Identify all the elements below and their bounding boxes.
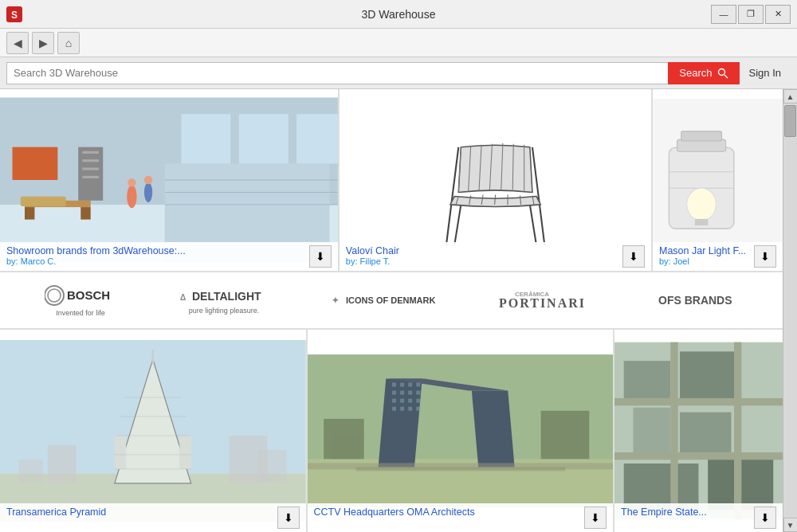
model-info-showroom: Showroom brands from 3dWarehouse:... by:…: [0, 242, 338, 271]
svg-rect-77: [48, 445, 77, 483]
minimize-button[interactable]: —: [711, 5, 736, 24]
svg-rect-98: [392, 407, 396, 411]
portinari-logo: CERÂMICA PORTINARI: [499, 288, 595, 313]
model-card-showroom[interactable]: Showroom brands from 3dWarehouse:... by:…: [0, 89, 340, 271]
svg-rect-70: [115, 436, 126, 469]
svg-rect-97: [416, 399, 420, 403]
model-card-jar[interactable]: Mason Jar Light F... by: Joel ⬇: [653, 89, 783, 271]
scroll-down-button[interactable]: ▼: [783, 518, 798, 532]
home-button[interactable]: ⌂: [57, 32, 80, 54]
model-text-chair: Valoví Chair by: Filipe T.: [346, 245, 622, 266]
title-bar-left: S: [6, 6, 22, 22]
svg-rect-50: [681, 131, 722, 141]
model-info-transamerica: Transamerica Pyramid ⬇: [0, 503, 306, 532]
model-info-empire: The Empire State... ⬇: [614, 503, 783, 532]
svg-rect-79: [19, 460, 43, 483]
svg-rect-88: [408, 382, 412, 386]
download-button-showroom[interactable]: ⬇: [309, 245, 332, 268]
svg-rect-103: [540, 411, 589, 460]
svg-text:PORTINARI: PORTINARI: [499, 296, 586, 310]
window-title: 3D Warehouse: [362, 8, 436, 21]
nav-bar: ◀ ▶ ⌂: [0, 29, 797, 57]
bottom-card-cctv[interactable]: CCTV Headquarters OMA Architects ⬇: [308, 330, 615, 532]
model-info-chair: Valoví Chair by: Filipe T. ⬇: [340, 242, 651, 271]
brands-row: BOSCH Invented for life Δ DELTALIGHT pur…: [0, 272, 783, 330]
svg-rect-90: [392, 391, 396, 395]
svg-rect-108: [624, 361, 671, 398]
download-button-transamerica[interactable]: ⬇: [277, 507, 300, 529]
svg-rect-13: [296, 114, 338, 163]
model-info-cctv: CCTV Headquarters OMA Architects ⬇: [308, 503, 614, 532]
svg-rect-99: [400, 407, 404, 411]
svg-rect-117: [734, 342, 741, 520]
download-button-empire[interactable]: ⬇: [754, 507, 776, 529]
svg-rect-114: [614, 398, 783, 405]
svg-text:ICONS OF DENMARK: ICONS OF DENMARK: [346, 295, 435, 305]
model-author-chair: by: Filipe T.: [346, 256, 622, 266]
bosch-tagline: Invented for life: [56, 309, 105, 317]
search-button[interactable]: Search: [668, 62, 739, 84]
sign-in-button[interactable]: Sign In: [740, 67, 791, 79]
model-title-chair: Valoví Chair: [346, 245, 622, 256]
model-text-showroom: Showroom brands from 3dWarehouse:... by:…: [6, 245, 309, 266]
bottom-card-empire[interactable]: The Empire State... ⬇: [614, 330, 783, 532]
download-button-cctv[interactable]: ⬇: [584, 507, 607, 529]
svg-rect-104: [332, 435, 359, 459]
svg-rect-11: [181, 114, 230, 163]
featured-models-row: Showroom brands from 3dWarehouse:... by:…: [0, 89, 783, 272]
brand-icons-denmark[interactable]: ✦ ICONS OF DENMARK: [325, 291, 442, 311]
close-button[interactable]: ✕: [765, 5, 791, 24]
svg-point-15: [128, 178, 135, 186]
svg-rect-101: [416, 407, 420, 411]
bottom-models-row: Transamerica Pyramid ⬇: [0, 330, 783, 532]
svg-rect-110: [634, 408, 671, 455]
scroll-thumb[interactable]: [784, 105, 796, 137]
svg-rect-111: [680, 413, 731, 455]
svg-text:DELTALIGHT: DELTALIGHT: [192, 290, 261, 303]
maximize-button[interactable]: ❐: [738, 5, 764, 24]
brand-ofs[interactable]: OFS BRANDS: [652, 291, 744, 311]
svg-text:OFS BRANDS: OFS BRANDS: [658, 294, 732, 307]
svg-rect-27: [21, 197, 66, 206]
svg-rect-95: [400, 399, 404, 403]
svg-point-53: [687, 188, 717, 221]
model-title-transamerica: Transamerica Pyramid: [6, 507, 277, 518]
title-bar: S 3D Warehouse — ❐ ✕: [0, 0, 797, 29]
svg-rect-20: [80, 207, 90, 220]
svg-point-17: [144, 176, 152, 184]
svg-rect-91: [400, 391, 404, 395]
brand-deltalight[interactable]: Δ DELTALIGHT pure lighting pleasure.: [174, 287, 274, 315]
model-text-jar: Mason Jar Light F... by: Joel: [659, 245, 754, 266]
svg-text:✦: ✦: [332, 295, 339, 305]
svg-rect-24: [82, 159, 99, 162]
svg-rect-26: [82, 176, 99, 178]
scroll-up-button[interactable]: ▲: [783, 89, 798, 104]
search-icon: [717, 68, 728, 79]
svg-rect-54: [695, 219, 708, 225]
model-title-showroom: Showroom brands from 3dWarehouse:...: [6, 245, 309, 256]
icons-denmark-logo: ✦ ICONS OF DENMARK: [332, 291, 435, 311]
svg-rect-80: [258, 450, 287, 483]
svg-rect-106: [355, 467, 564, 471]
search-button-label: Search: [679, 67, 712, 79]
model-card-chair[interactable]: Valoví Chair by: Filipe T. ⬇: [340, 89, 653, 271]
bottom-card-transamerica[interactable]: Transamerica Pyramid ⬇: [0, 330, 308, 532]
svg-rect-100: [408, 407, 412, 411]
back-button[interactable]: ◀: [6, 32, 29, 54]
download-button-jar[interactable]: ⬇: [754, 245, 776, 268]
svg-rect-12: [239, 114, 289, 163]
brand-portinari[interactable]: CERÂMICA PORTINARI: [493, 288, 601, 313]
model-text-empire: The Empire State...: [621, 507, 754, 518]
svg-rect-86: [392, 382, 396, 386]
bosch-logo: BOSCH: [45, 284, 116, 309]
svg-text:S: S: [11, 10, 18, 21]
svg-rect-84: [471, 391, 514, 467]
forward-button[interactable]: ▶: [32, 32, 54, 54]
model-title-cctv: CCTV Headquarters OMA Architects: [314, 507, 585, 518]
svg-rect-96: [408, 399, 412, 403]
model-text-cctv: CCTV Headquarters OMA Architects: [314, 507, 585, 518]
svg-point-56: [48, 289, 61, 302]
search-input[interactable]: [6, 62, 668, 84]
download-button-chair[interactable]: ⬇: [622, 245, 645, 268]
brand-bosch[interactable]: BOSCH Invented for life: [38, 284, 123, 317]
